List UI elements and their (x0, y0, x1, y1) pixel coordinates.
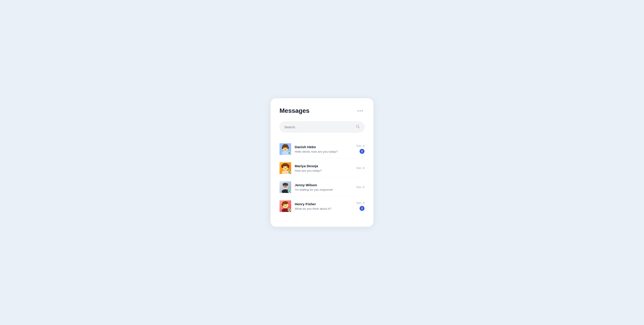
svg-point-18 (284, 167, 285, 168)
svg-point-36 (286, 205, 287, 206)
search-icon (356, 124, 360, 130)
dot-1 (358, 110, 359, 112)
message-list: Danish Hebo Hello devid, how are you tod… (280, 140, 364, 216)
avatar-wrap (280, 200, 291, 212)
messages-card: Messages (270, 98, 374, 227)
message-date: Dec, 8 (356, 201, 364, 205)
svg-point-29 (286, 186, 287, 187)
avatar-wrap (280, 181, 291, 193)
message-content: Mariya Desoja How are you today? (295, 164, 354, 172)
svg-point-9 (286, 148, 287, 149)
message-item-jenny-wilson[interactable]: Jenny Wilson I'm waiting for you respons… (280, 178, 364, 197)
search-input[interactable] (284, 125, 356, 129)
contact-name: Jenny Wilson (295, 183, 354, 187)
svg-point-19 (286, 167, 287, 168)
message-preview: What do you think about it? (295, 207, 354, 210)
online-indicator (288, 171, 291, 173)
message-preview: How are you today? (295, 169, 354, 172)
contact-name: Mariya Desoja (295, 164, 354, 168)
unread-badge: 2 (360, 206, 364, 211)
contact-name: Danish Hebo (295, 145, 354, 149)
more-options-button[interactable] (356, 109, 364, 112)
card-header: Messages (280, 107, 364, 114)
message-item-henry-fisher[interactable]: Henry Fisher What do you think about it?… (280, 197, 364, 216)
svg-point-15 (281, 165, 284, 168)
svg-point-17 (283, 163, 288, 165)
message-item-danish-hebo[interactable]: Danish Hebo Hello devid, how are you tod… (280, 140, 364, 159)
svg-point-16 (287, 165, 289, 168)
message-date: Dec, 8 (356, 186, 364, 189)
online-indicator (288, 152, 291, 154)
svg-point-28 (284, 186, 285, 187)
dot-2 (360, 110, 361, 112)
svg-line-1 (359, 127, 360, 128)
message-preview: I'm waiting for you response! (295, 188, 354, 191)
message-meta: Dec, 8 5 (356, 144, 364, 154)
svg-point-10 (284, 149, 287, 151)
svg-point-0 (356, 125, 359, 128)
avatar-wrap (280, 143, 291, 155)
svg-point-7 (287, 146, 289, 149)
dot-3 (362, 110, 363, 112)
online-indicator (288, 209, 291, 211)
svg-point-34 (282, 203, 284, 206)
svg-rect-24 (283, 184, 288, 186)
message-item-mariya-desoja[interactable]: Mariya Desoja How are you today? Dec, 8 (280, 159, 364, 178)
message-content: Danish Hebo Hello devid, how are you tod… (295, 145, 354, 153)
message-meta: Dec, 8 (356, 167, 364, 170)
search-bar (280, 122, 364, 133)
online-indicator (288, 190, 291, 192)
svg-point-6 (282, 146, 284, 149)
message-content: Henry Fisher What do you think about it? (295, 202, 354, 210)
message-date: Dec, 8 (356, 144, 364, 148)
avatar-wrap (280, 162, 291, 174)
message-date: Dec, 8 (356, 167, 364, 170)
message-content: Jenny Wilson I'm waiting for you respons… (295, 183, 354, 191)
message-meta: Dec, 8 (356, 186, 364, 189)
message-preview: Hello devid, how are you today? (295, 150, 354, 153)
svg-point-35 (284, 205, 285, 206)
message-meta: Dec, 8 2 (356, 201, 364, 211)
svg-point-8 (284, 148, 285, 149)
unread-badge: 5 (360, 149, 364, 154)
page-title: Messages (280, 107, 310, 114)
contact-name: Henry Fisher (295, 202, 354, 206)
